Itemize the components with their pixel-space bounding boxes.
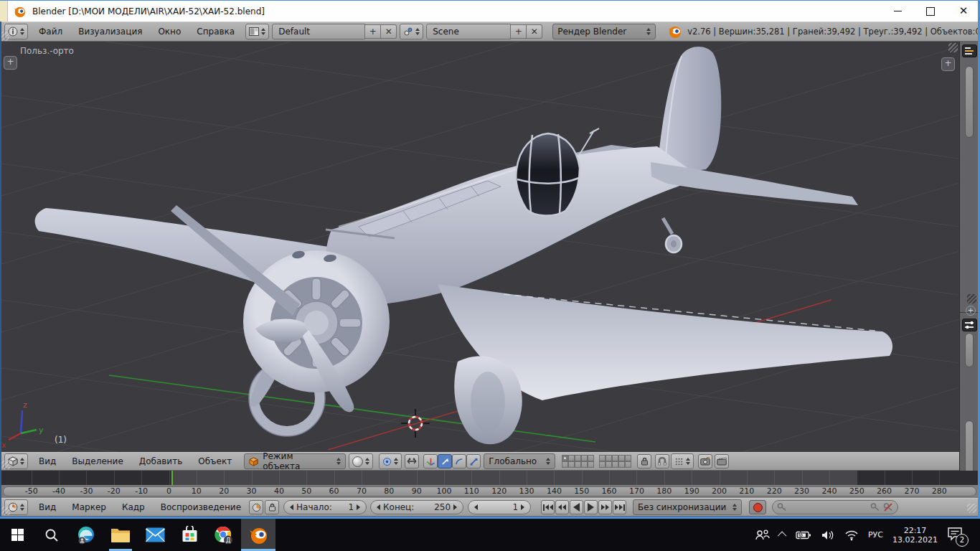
jump-to-start-button[interactable] [541,500,555,514]
frame-gridline [389,471,390,485]
use-preview-range-toggle[interactable] [249,500,263,514]
area-corner-grip[interactable] [1,507,10,515]
transform-orientation-dropdown[interactable]: Глобально [484,453,555,469]
next-keyframe-button[interactable] [598,500,612,514]
add-layout-button[interactable]: + [365,24,381,39]
prev-keyframe-button[interactable] [555,500,569,514]
toolshelf-expand-button[interactable]: + [4,56,17,70]
language-indicator[interactable]: РУС [868,530,883,540]
keying-set-group[interactable] [772,500,898,514]
menu-render[interactable]: Визуализация [70,27,150,37]
mode-dropdown[interactable]: Режим объекта [244,453,346,469]
opengl-render-image-button[interactable] [698,454,712,468]
current-frame-field[interactable]: 1 [468,500,531,514]
play-button[interactable] [584,500,598,514]
airplane-model[interactable] [35,47,893,444]
layers-group-2[interactable] [599,455,631,468]
area-corner-grip[interactable] [967,294,976,303]
volume-icon[interactable] [821,529,835,541]
menu-select[interactable]: Выделение [64,456,131,466]
right-editor-panel[interactable]: + [959,42,978,517]
record-button[interactable] [749,500,766,514]
wifi-icon[interactable] [844,529,859,541]
snap-toggle[interactable] [655,454,669,468]
taskbar-search-button[interactable] [34,519,69,551]
jump-to-end-button[interactable] [613,500,626,514]
taskbar-blender-button[interactable] [241,519,275,551]
scene-field[interactable]: Scene [426,24,511,39]
delete-keyframe-icon[interactable] [883,502,893,512]
tray-expand-icon[interactable] [778,532,787,541]
taskbar-chrome-button[interactable]: Д [207,519,241,551]
frame-gridline [334,471,335,485]
menu-view[interactable]: Вид [31,456,64,466]
add-scene-button[interactable]: + [511,24,527,39]
delete-scene-button[interactable]: ✕ [527,24,542,39]
menu-marker[interactable]: Маркер [64,502,114,512]
decrement-arrow[interactable] [474,504,478,510]
menu-file[interactable]: Файл [31,27,70,37]
menu-window[interactable]: Окно [150,27,189,37]
panel-scrollbar[interactable] [965,333,974,367]
current-frame-cursor[interactable] [171,471,173,485]
taskbar-clock[interactable]: 22:17 13.02.2021 [892,526,938,545]
frame-start-field[interactable]: Начало: 1 [283,500,367,514]
delete-layout-button[interactable]: ✕ [381,24,397,39]
taskbar-store-button[interactable] [172,519,207,551]
battery-icon[interactable] [796,530,811,540]
ruler-number: 260 [877,486,892,496]
render-engine-dropdown[interactable]: Рендер Blender [552,24,656,39]
lock-frame-toggle[interactable] [265,500,279,514]
action-center-button[interactable]: 2 [947,527,963,544]
increment-arrow[interactable] [357,504,360,510]
lock-to-scene-toggle[interactable] [637,454,651,468]
background-window-sliver[interactable] [0,1,8,22]
menu-object[interactable]: Объект [190,456,240,466]
timeline-ruler[interactable]: -50-40-30-20-100102030405060708090100110… [1,485,978,498]
viewport-shading-dropdown[interactable] [349,453,373,469]
render-engine-name: Рендер Blender [557,27,642,37]
opengl-render-anim-button[interactable] [715,454,729,468]
panel-plus-icon[interactable]: + [966,306,976,316]
play-reverse-button[interactable] [570,500,583,514]
scale-manipulator-toggle[interactable] [466,454,481,468]
insert-keyframe-icon[interactable] [870,502,880,512]
properties-shelf-expand-button[interactable]: + [941,57,955,71]
close-button[interactable]: ✕ [947,1,980,22]
area-corner-grip[interactable] [967,504,976,513]
start-button[interactable] [0,519,34,551]
timeline-canvas[interactable] [1,471,978,485]
taskbar-explorer-button[interactable] [103,519,138,551]
rotate-manipulator-toggle[interactable] [452,454,466,468]
maximize-button[interactable] [914,1,947,22]
taskbar-mail-button[interactable] [138,519,172,551]
people-icon[interactable] [755,529,771,542]
panel-scrollbar[interactable] [965,66,974,138]
scene-icon-button[interactable] [400,24,423,39]
decrement-arrow[interactable] [290,504,293,510]
area-corner-grip[interactable] [1,461,10,469]
frame-end-field[interactable]: Конец: 250 [370,500,463,514]
menu-playback[interactable]: Воспроизведение [153,502,249,512]
layers-group-1[interactable] [562,455,594,468]
menu-help[interactable]: Справка [189,27,242,37]
minimize-button[interactable] [881,1,914,22]
manipulate-centers-toggle[interactable] [405,454,419,468]
menu-add[interactable]: Добавить [131,456,190,466]
translate-manipulator-toggle[interactable] [438,454,452,468]
screen-layout-icon-button[interactable] [245,24,269,39]
screen-layout-field[interactable]: Default [272,24,365,39]
snap-element-dropdown[interactable] [671,453,694,469]
menu-view[interactable]: Вид [31,502,64,512]
area-corner-grip[interactable] [948,43,958,52]
ruler-number: 70 [357,486,367,496]
manipulator-axes-toggle[interactable] [423,454,438,468]
menu-frame[interactable]: Кадр [114,502,153,512]
taskbar-edge-button[interactable] [69,519,103,551]
increment-arrow[interactable] [453,504,457,510]
pivot-point-dropdown[interactable] [379,453,402,469]
sync-mode-dropdown[interactable]: Без синхронизации [633,499,742,515]
increment-arrow[interactable] [521,504,524,510]
viewport-3d[interactable]: z y x [1,42,959,452]
decrement-arrow[interactable] [377,504,380,510]
